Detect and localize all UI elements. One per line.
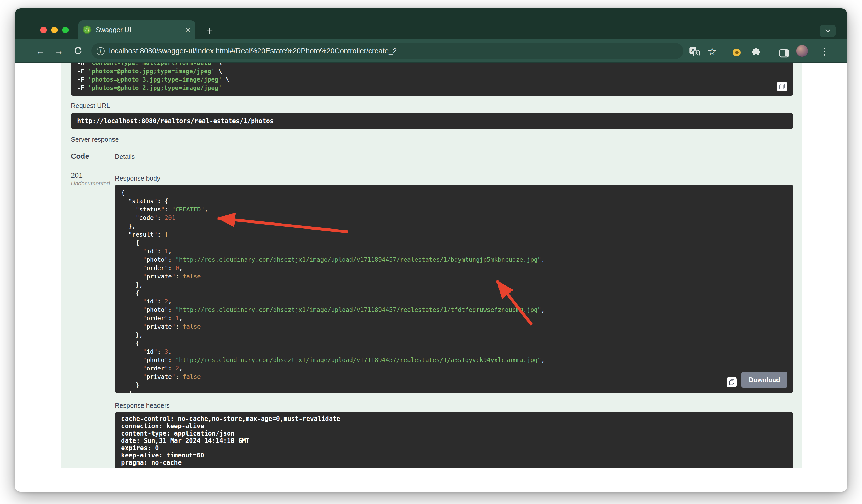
code-line: -F 'photos=@photo 2.jpg;type=image/jpeg' <box>77 84 787 92</box>
navigation-bar: ← → i localhost:8080/swagger-ui/index.ht… <box>15 39 847 63</box>
svg-text:{}: {} <box>85 28 89 32</box>
copy-icon <box>779 83 785 90</box>
code-line: "code": 201 <box>121 214 787 222</box>
code-line: cache-control: no-cache,no-store,max-age… <box>121 415 787 422</box>
response-body-block: Download { "status": { "status": "CREATE… <box>115 185 793 393</box>
response-details-cell: Response body Download { "status": { "st… <box>115 165 793 468</box>
code-line: date: Sun,31 Mar 2024 14:14:18 GMT <box>121 437 787 445</box>
page-content: -H 'Content-Type: multipart/form-data' \… <box>15 63 847 492</box>
tab-search-chevron-button[interactable] <box>820 25 836 37</box>
code-line: content-type: application/json <box>121 430 787 437</box>
code-line: }, <box>121 280 787 289</box>
close-window-button[interactable] <box>40 27 47 34</box>
download-button[interactable]: Download <box>742 372 787 388</box>
response-code-cell: 201 Undocumented <box>71 165 115 468</box>
code-line: "id": 2, <box>121 297 787 306</box>
code-line: "status": "CREATED", <box>121 205 787 214</box>
code-line: "private": false <box>121 322 787 331</box>
code-line: }, <box>121 222 787 230</box>
reload-icon <box>73 46 83 56</box>
browser-menu-kebab-icon[interactable]: ⋮ <box>817 44 832 58</box>
code-line: -H 'Content-Type: multipart/form-data' \ <box>77 63 787 67</box>
tab-close-icon[interactable]: × <box>185 26 191 34</box>
translate-button[interactable]: A <box>687 44 702 59</box>
code-line: }, <box>121 331 787 339</box>
code-line: pragma: no-cache <box>121 459 787 466</box>
code-line: -F 'photos=@photo 3.jpg;type=image/jpeg'… <box>77 75 787 84</box>
copy-icon <box>728 379 735 386</box>
code-line: "order": 0, <box>121 264 787 272</box>
response-headers-label: Response headers <box>115 402 793 409</box>
code-line: expires: 0 <box>121 445 787 452</box>
code-column-header: Code <box>71 152 115 160</box>
curl-command-block: -H 'Content-Type: multipart/form-data' \… <box>71 63 793 96</box>
copy-response-button[interactable] <box>727 377 737 387</box>
swagger-favicon-icon: {} <box>83 25 92 34</box>
browser-tab[interactable]: {} Swagger UI × <box>78 21 195 39</box>
url-text: localhost:8080/swagger-ui/index.html#/Re… <box>109 39 397 63</box>
code-line: ] <box>121 389 787 393</box>
response-table-header: Code Details <box>71 152 793 165</box>
side-panel-icon <box>779 49 789 57</box>
extensions-puzzle-icon <box>750 47 761 58</box>
swagger-operation-panel: -H 'Content-Type: multipart/form-data' \… <box>61 63 801 468</box>
code-line: } <box>121 381 787 389</box>
response-body-label: Response body <box>115 175 793 182</box>
site-info-icon[interactable]: i <box>96 47 105 55</box>
response-headers-block: cache-control: no-cache,no-store,max-age… <box>115 412 793 468</box>
chevron-down-icon <box>824 27 832 35</box>
code-line: -F 'photos=@photo.jpg;type=image/jpeg' \ <box>77 67 787 75</box>
code-line: "photo": "http://res.cloudinary.com/dhse… <box>121 306 787 314</box>
code-line: { <box>121 289 787 297</box>
pinned-extension-button[interactable] <box>729 45 744 60</box>
code-line: "status": { <box>121 197 787 205</box>
tab-title: Swagger UI <box>96 26 185 34</box>
code-line: { <box>121 339 787 347</box>
window-controls <box>40 27 69 34</box>
code-line: "private": false <box>121 272 787 280</box>
profile-avatar[interactable] <box>796 45 808 57</box>
back-button[interactable]: ← <box>33 44 48 58</box>
code-line: connection: keep-alive <box>121 422 787 430</box>
side-panel-button[interactable] <box>777 46 792 61</box>
request-url-value: http://localhost:8080/realtors/real-esta… <box>71 113 793 129</box>
new-tab-button[interactable]: + <box>202 24 217 38</box>
code-line: "order": 1, <box>121 314 787 322</box>
code-line: "id": 3, <box>121 347 787 356</box>
minimize-window-button[interactable] <box>51 27 58 34</box>
code-line: "result": [ <box>121 230 787 239</box>
server-response-label: Server response <box>71 136 793 143</box>
code-line: "photo": "http://res.cloudinary.com/dhse… <box>121 356 787 364</box>
gold-extension-icon <box>731 47 742 58</box>
code-line: { <box>121 239 787 247</box>
copy-curl-button[interactable] <box>777 82 787 92</box>
code-line: "private": false <box>121 372 787 381</box>
bookmark-star-icon[interactable]: ☆ <box>705 44 719 59</box>
code-line: keep-alive: timeout=60 <box>121 452 787 459</box>
translate-icon: A <box>689 46 700 57</box>
extensions-button[interactable] <box>749 45 763 59</box>
tab-strip: {} Swagger UI × + <box>15 8 847 39</box>
response-row: 201 Undocumented Response body Download <box>71 165 793 468</box>
browser-window: {} Swagger UI × + ← → i localhost:8080/s… <box>15 8 847 492</box>
code-line: "photo": "http://res.cloudinary.com/dhse… <box>121 255 787 264</box>
reload-button[interactable] <box>70 44 85 58</box>
status-code: 201 <box>71 172 115 180</box>
request-url-label: Request URL <box>71 102 793 109</box>
details-column-header: Details <box>115 153 135 160</box>
undocumented-note: Undocumented <box>71 180 115 187</box>
code-line: "id": 1, <box>121 247 787 255</box>
code-line: "order": 2, <box>121 364 787 372</box>
zoom-window-button[interactable] <box>62 27 69 34</box>
forward-button[interactable]: → <box>52 44 66 58</box>
code-line: { <box>121 188 787 197</box>
